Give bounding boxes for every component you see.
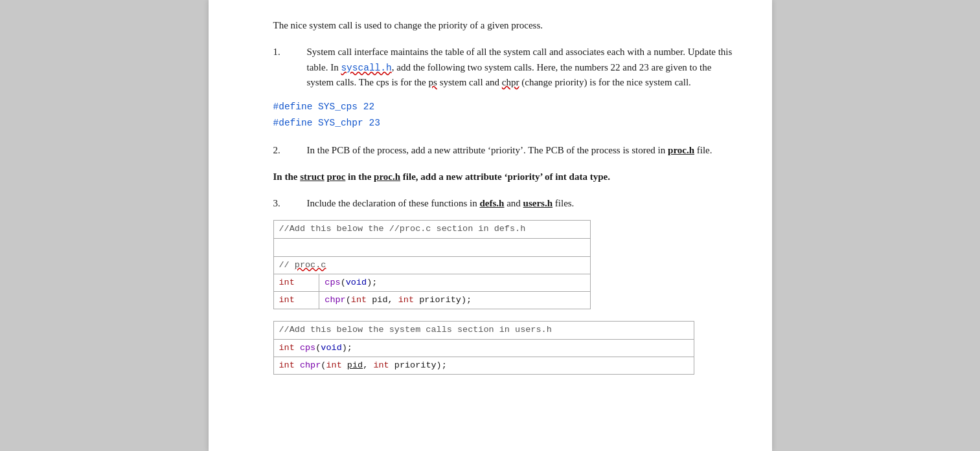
struct-ref: struct (300, 171, 325, 182)
defs-chpr-decl: chpr(int pid, int priority); (319, 292, 590, 309)
list-item-3: 3. Include the declaration of these func… (273, 196, 733, 211)
defsh-ref: defs.h (480, 198, 505, 208)
users-row-cps: int cps(void); (273, 339, 694, 357)
defs-code-table: //Add this below the //proc.c section in… (273, 220, 591, 309)
chpr-fn-name: chpr (325, 295, 345, 305)
int-keyword-8: int (373, 360, 389, 370)
proch-ref: proc.h (668, 145, 694, 155)
list-item-1: 1. System call interface maintains the t… (273, 45, 733, 90)
users-comment-row: //Add this below the system calls sectio… (273, 322, 694, 339)
void-keyword-2: void (321, 343, 341, 353)
intro-paragraph: The nice system call is used to change t… (273, 18, 733, 33)
proc-c-text: proc.c (295, 260, 326, 270)
int-keyword-3: int (351, 295, 367, 305)
int-keyword-1: int (279, 278, 295, 287)
define-block: #define SYS_cps 22 #define SYS_chpr 23 (273, 99, 733, 131)
ps-ref: ps (429, 77, 437, 87)
int-keyword-2: int (279, 295, 295, 305)
users-cps-row: int cps(void); (273, 339, 694, 357)
item-number-2: 2. (273, 143, 307, 158)
define-line-2: #define SYS_chpr 23 (273, 115, 733, 131)
defs-chpr-int: int (273, 292, 319, 309)
defs-proc-comment-cell: // proc.c (273, 256, 590, 274)
defs-row-chpr: int chpr(int pid, int priority); (273, 292, 590, 309)
item-body-2: In the PCB of the process, add a new att… (307, 143, 733, 158)
defs-comment-row: //Add this below the //proc.c section in… (273, 221, 590, 238)
int-keyword-7: int (326, 360, 341, 370)
proch-bold-ref: proc.h (374, 171, 400, 182)
usersh-ref: users.h (523, 198, 553, 208)
users-chpr-row: int chpr(int pid, int priority); (273, 357, 694, 374)
proc-comment-text: // (279, 260, 295, 270)
defs-table-wrapper: //Add this below the //proc.c section in… (273, 220, 733, 309)
defs-cps-decl: cps(void); (319, 274, 590, 291)
cps-fn-name: cps (325, 278, 340, 287)
defs-empty-cell (273, 238, 590, 256)
users-comment-cell: //Add this below the system calls sectio… (273, 322, 694, 339)
item-body-3: Include the declaration of these functio… (307, 196, 733, 211)
cps-fn-name-2: cps (300, 343, 315, 353)
list-item-2: 2. In the PCB of the process, add a new … (273, 143, 733, 158)
item-number-3: 3. (273, 196, 307, 211)
defs-empty-row (273, 238, 590, 256)
chpr-fn-name-2: chpr (300, 360, 321, 370)
proc-ref: proc (326, 171, 345, 182)
item-body-1: System call interface maintains the tabl… (307, 45, 733, 90)
int-keyword-5: int (279, 343, 295, 353)
int-keyword-4: int (398, 295, 414, 305)
defs-row-cps: int cps(void); (273, 274, 590, 291)
defs-cps-int: int (273, 274, 319, 291)
defs-proc-comment-row: // proc.c (273, 256, 590, 274)
users-code-table: //Add this below the system calls sectio… (273, 321, 694, 375)
pid-param: pid (347, 360, 363, 370)
syscall-h-ref: syscall.h (341, 63, 391, 73)
chpr-ref: chpr (502, 77, 519, 87)
bold-statement: In the struct proc in the proc.h file, a… (273, 170, 733, 184)
page-content: The nice system call is used to change t… (209, 0, 772, 451)
defs-comment-cell: //Add this below the //proc.c section in… (273, 221, 590, 238)
item-number-1: 1. (273, 45, 307, 90)
users-row-chpr: int chpr(int pid, int priority); (273, 357, 694, 374)
void-keyword-1: void (346, 278, 367, 287)
int-keyword-6: int (279, 360, 295, 370)
users-table-wrapper: //Add this below the system calls sectio… (273, 321, 733, 375)
define-line-1: #define SYS_cps 22 (273, 99, 733, 115)
